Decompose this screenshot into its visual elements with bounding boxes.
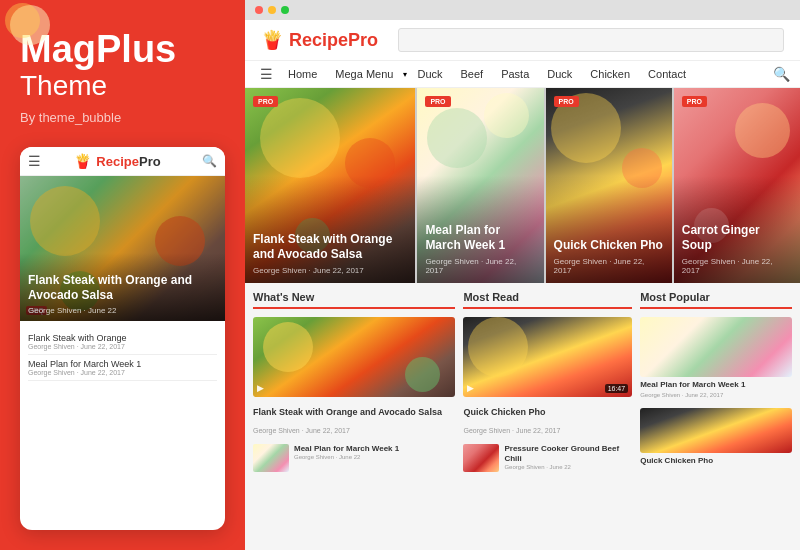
hero-title-1: Meal Plan for March Week 1 bbox=[425, 223, 535, 254]
right-panel: 🍟 RecipePro ☰ Home Mega Menu▾ Duck Beef … bbox=[245, 0, 800, 550]
whats-new-list-item-0: Meal Plan for March Week 1 George Shiven… bbox=[253, 444, 455, 472]
nav-pasta[interactable]: Pasta bbox=[493, 62, 537, 86]
most-read-small-thumb bbox=[463, 444, 499, 472]
whats-new-card-meta: George Shiven · June 22, 2017 bbox=[253, 427, 455, 434]
hero-item-2[interactable]: PRO Quick Chicken Pho George Shiven · Ju… bbox=[544, 88, 672, 283]
chrome-dot-green bbox=[281, 6, 289, 14]
nav-contact[interactable]: Contact bbox=[640, 62, 694, 86]
hero-author-1: George Shiven · June 22, 2017 bbox=[425, 257, 535, 275]
whats-new-small-thumb bbox=[253, 444, 289, 472]
popular-meta-0: George Shiven · June 22, 2017 bbox=[640, 392, 792, 398]
hero-author-2: George Shiven · June 22, 2017 bbox=[554, 257, 664, 275]
hero-badge-0: PRO bbox=[253, 96, 278, 107]
mobile-logo: RecipePro bbox=[96, 154, 160, 169]
fries-icon-large: 🍟 bbox=[261, 29, 283, 51]
nav-hamburger[interactable]: ☰ bbox=[255, 61, 278, 87]
hero-item-0[interactable]: PRO Flank Steak with Orange and Avocado … bbox=[245, 88, 415, 283]
site-search-bar[interactable] bbox=[398, 28, 784, 52]
fries-icon: 🍟 bbox=[74, 153, 91, 169]
brand-section: MagPlus Theme By theme_bubble bbox=[20, 30, 225, 125]
most-read-col: Most Read ▶ 16:47 Quick Chicken Pho Geor… bbox=[463, 291, 632, 542]
hero-item-3[interactable]: PRO Carrot Ginger Soup George Shiven · J… bbox=[672, 88, 800, 283]
mobile-list-title-1: Meal Plan for March Week 1 bbox=[28, 359, 217, 369]
mobile-featured-title: Flank Steak with Orange and Avocado Sals… bbox=[28, 273, 217, 304]
whats-new-card-title: Flank Steak with Orange and Avocado Sals… bbox=[253, 407, 455, 419]
mobile-hero-image: BBQ Flank Steak with Orange and Avocado … bbox=[20, 176, 225, 321]
whats-new-col: What's New ▶ Flank Steak with Orange and… bbox=[253, 291, 455, 542]
hero-badge-2: PRO bbox=[554, 96, 579, 107]
most-read-small-title: Pressure Cooker Ground Beef Chili bbox=[504, 444, 632, 465]
logo-accent-part: Pro bbox=[348, 30, 378, 50]
mobile-list-sub-0: George Shiven · June 22, 2017 bbox=[28, 343, 217, 350]
card-video-icon: ▶ bbox=[257, 383, 264, 393]
nav-duck2[interactable]: Duck bbox=[539, 62, 580, 86]
hero-author-3: George Shiven · June 22, 2017 bbox=[682, 257, 792, 275]
hero-caption-2: Quick Chicken Pho George Shiven · June 2… bbox=[546, 230, 672, 283]
brand-by: By theme_bubble bbox=[20, 110, 225, 125]
nav-home[interactable]: Home bbox=[280, 62, 325, 86]
popular-item-1: Quick Chicken Pho bbox=[640, 408, 792, 466]
hero-title-3: Carrot Ginger Soup bbox=[682, 223, 792, 254]
most-popular-label: Most Popular bbox=[640, 291, 792, 309]
mobile-top-bar: ☰ 🍟 RecipePro 🔍 bbox=[20, 147, 225, 176]
most-read-small-meta: George Shiven · June 22 bbox=[504, 464, 632, 470]
hero-title-0: Flank Steak with Orange and Avocado Sals… bbox=[253, 232, 407, 263]
whats-new-small-meta: George Shiven · June 22 bbox=[294, 454, 455, 460]
chrome-dot-yellow bbox=[268, 6, 276, 14]
nav-mega-menu[interactable]: Mega Menu bbox=[327, 62, 401, 86]
whats-new-small-info: Meal Plan for March Week 1 George Shiven… bbox=[294, 444, 455, 460]
mobile-bottom-list: Flank Steak with Orange George Shiven · … bbox=[20, 321, 225, 389]
most-popular-col: Most Popular Meal Plan for March Week 1 … bbox=[640, 291, 792, 542]
nav-chicken[interactable]: Chicken bbox=[582, 62, 638, 86]
hamburger-icon[interactable]: ☰ bbox=[28, 153, 41, 169]
popular-thumb-1[interactable] bbox=[640, 408, 792, 453]
mobile-list-item-2: Meal Plan for March Week 1 George Shiven… bbox=[28, 355, 217, 381]
popular-title-0: Meal Plan for March Week 1 bbox=[640, 380, 792, 390]
whats-new-label: What's New bbox=[253, 291, 455, 309]
whats-new-small-title: Meal Plan for March Week 1 bbox=[294, 444, 455, 454]
mobile-logo-area: 🍟 RecipePro bbox=[74, 153, 160, 169]
site-nav: ☰ Home Mega Menu▾ Duck Beef Pasta Duck C… bbox=[245, 61, 800, 88]
most-read-card-title: Quick Chicken Pho bbox=[463, 407, 632, 419]
hero-caption-1: Meal Plan for March Week 1 George Shiven… bbox=[417, 215, 543, 283]
hero-item-1[interactable]: PRO Meal Plan for March Week 1 George Sh… bbox=[415, 88, 543, 283]
hero-title-2: Quick Chicken Pho bbox=[554, 238, 664, 254]
most-read-small-info: Pressure Cooker Ground Beef Chili George… bbox=[504, 444, 632, 471]
logo-color-part: Recipe bbox=[289, 30, 348, 50]
popular-title-1: Quick Chicken Pho bbox=[640, 456, 792, 466]
most-read-card-meta: George Shiven · June 22, 2017 bbox=[463, 427, 632, 434]
hero-caption-3: Carrot Ginger Soup George Shiven · June … bbox=[674, 215, 800, 283]
most-read-label: Most Read bbox=[463, 291, 632, 309]
most-read-list-item-0: Pressure Cooker Ground Beef Chili George… bbox=[463, 444, 632, 472]
brand-theme: Theme bbox=[20, 70, 225, 102]
most-read-video-icon: ▶ bbox=[467, 383, 474, 393]
mobile-mockup: ☰ 🍟 RecipePro 🔍 BBQ Flank Steak with Ora… bbox=[20, 147, 225, 530]
mobile-list-item: Flank Steak with Orange George Shiven · … bbox=[28, 329, 217, 355]
popular-item-0: Meal Plan for March Week 1 George Shiven… bbox=[640, 317, 792, 398]
sections-area: What's New ▶ Flank Steak with Orange and… bbox=[245, 283, 800, 550]
mobile-caption: Flank Steak with Orange and Avocado Sals… bbox=[20, 253, 225, 321]
left-panel: MagPlus Theme By theme_bubble ☰ 🍟 Recipe… bbox=[0, 0, 245, 550]
hero-badge-3: PRO bbox=[682, 96, 707, 107]
most-read-card-thumb[interactable]: ▶ 16:47 bbox=[463, 317, 632, 397]
browser-chrome bbox=[245, 0, 800, 20]
popular-thumb-0[interactable] bbox=[640, 317, 792, 377]
site-logo: 🍟 RecipePro bbox=[261, 29, 378, 51]
mobile-featured-author: George Shiven · June 22 bbox=[28, 306, 217, 315]
hero-caption-0: Flank Steak with Orange and Avocado Sals… bbox=[245, 224, 415, 283]
hero-author-0: George Shiven · June 22, 2017 bbox=[253, 266, 407, 275]
nav-beef[interactable]: Beef bbox=[453, 62, 492, 86]
whats-new-card-thumb[interactable]: ▶ bbox=[253, 317, 455, 397]
site-logo-text: RecipePro bbox=[289, 30, 378, 51]
hero-badge-1: PRO bbox=[425, 96, 450, 107]
mobile-search-icon[interactable]: 🔍 bbox=[202, 154, 217, 168]
most-read-duration: 16:47 bbox=[605, 384, 629, 393]
mobile-list-sub-1: George Shiven · June 22, 2017 bbox=[28, 369, 217, 376]
nav-duck[interactable]: Duck bbox=[409, 62, 450, 86]
nav-mega-arrow: ▾ bbox=[403, 70, 407, 79]
hero-grid: PRO Flank Steak with Orange and Avocado … bbox=[245, 88, 800, 283]
site-header: 🍟 RecipePro bbox=[245, 20, 800, 61]
nav-search-icon[interactable]: 🔍 bbox=[773, 66, 790, 82]
mobile-list-title-0: Flank Steak with Orange bbox=[28, 333, 217, 343]
chrome-dot-red bbox=[255, 6, 263, 14]
